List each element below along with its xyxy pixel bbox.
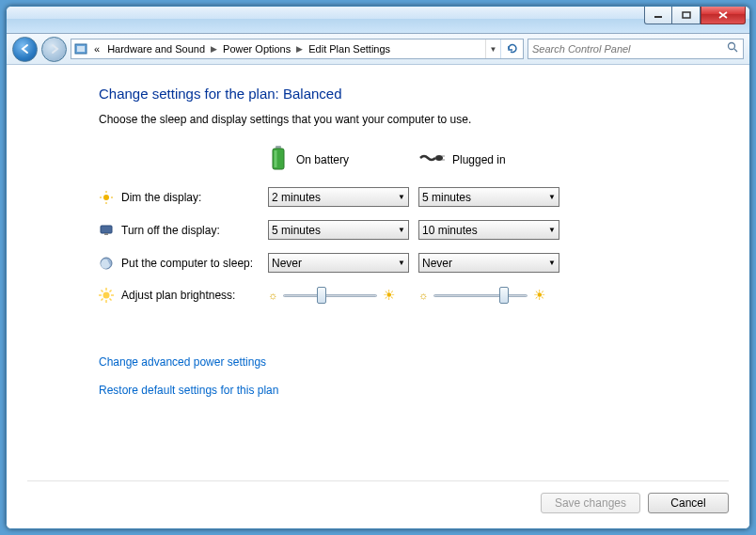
chevron-down-icon: ▼ — [548, 259, 556, 267]
forward-button[interactable] — [41, 37, 67, 62]
settings-grid: On battery Plugged in Dim the display: 2… — [99, 145, 749, 305]
svg-point-4 — [729, 43, 735, 50]
svg-rect-1 — [683, 12, 690, 18]
off-battery-select[interactable]: 5 minutes▼ — [268, 220, 409, 240]
brightness-icon — [99, 288, 114, 303]
sleep-plugged-select[interactable]: Never▼ — [418, 253, 559, 273]
chevron-down-icon: ▼ — [398, 259, 405, 267]
advanced-settings-link[interactable]: Change advanced power settings — [99, 355, 749, 369]
button-bar: Save changes Cancel — [27, 480, 729, 513]
column-battery-label: On battery — [296, 153, 349, 166]
row-brightness-label: Adjust plan brightness: — [99, 288, 268, 303]
chevron-down-icon: ▼ — [398, 193, 405, 201]
refresh-button[interactable] — [500, 39, 523, 58]
svg-rect-0 — [654, 16, 662, 18]
sun-small-icon: ☼ — [418, 290, 428, 301]
row-sleep-label: Put the computer to sleep: — [99, 256, 268, 271]
close-button[interactable] — [701, 7, 746, 24]
off-plugged-select[interactable]: 10 minutes▼ — [418, 220, 559, 240]
search-input[interactable] — [532, 43, 727, 55]
restore-defaults-link[interactable]: Restore default settings for this plan — [99, 384, 749, 397]
sun-large-icon: ☀ — [383, 287, 395, 304]
column-battery-header: On battery — [268, 145, 418, 174]
chevron-right-icon: ▶ — [209, 44, 219, 54]
sleep-battery-select[interactable]: Never▼ — [268, 253, 409, 273]
display-off-icon — [99, 223, 114, 238]
address-dropdown[interactable]: ▼ — [485, 39, 500, 58]
chevron-down-icon: ▼ — [398, 226, 405, 234]
svg-rect-8 — [275, 150, 277, 167]
search-box[interactable] — [528, 39, 744, 59]
address-bar[interactable]: « Hardware and Sound ▶ Power Options ▶ E… — [71, 39, 524, 59]
titlebar — [7, 7, 749, 34]
svg-rect-17 — [101, 226, 112, 233]
column-plugged-label: Plugged in — [452, 153, 506, 166]
save-button[interactable]: Save changes — [541, 493, 640, 513]
chevron-down-icon: ▼ — [548, 226, 556, 234]
row-off-label: Turn off the display: — [99, 223, 268, 238]
chevron-right-icon: ▶ — [294, 44, 305, 54]
maximize-button[interactable] — [672, 7, 701, 24]
sun-small-icon: ☼ — [268, 290, 277, 301]
control-panel-window: « Hardware and Sound ▶ Power Options ▶ E… — [6, 6, 750, 529]
slider-thumb[interactable] — [317, 287, 326, 304]
content-area: Change settings for the plan: Balanced C… — [7, 65, 749, 528]
breadcrumb-prefix[interactable]: « — [90, 39, 103, 58]
column-plugged-header: Plugged in — [418, 151, 569, 167]
dim-battery-select[interactable]: 2 minutes▼ — [268, 187, 409, 207]
search-icon — [727, 41, 739, 56]
page-title: Change settings for the plan: Balanced — [99, 86, 749, 102]
navbar: « Hardware and Sound ▶ Power Options ▶ E… — [7, 34, 749, 65]
dim-plugged-select[interactable]: 5 minutes▼ — [418, 187, 559, 207]
control-panel-icon — [71, 41, 90, 56]
chevron-down-icon: ▼ — [548, 193, 556, 201]
slider-thumb[interactable] — [499, 287, 509, 304]
svg-rect-18 — [104, 233, 108, 235]
cancel-button[interactable]: Cancel — [648, 493, 729, 513]
svg-point-20 — [103, 292, 110, 299]
page-subtitle: Choose the sleep and display settings th… — [99, 113, 749, 126]
svg-line-27 — [102, 299, 103, 301]
back-button[interactable] — [12, 37, 38, 62]
svg-line-28 — [110, 291, 112, 292]
sleep-icon — [99, 256, 114, 271]
svg-line-25 — [102, 291, 103, 292]
brightness-plugged-slider[interactable]: ☼ ☀ — [418, 286, 569, 305]
battery-icon — [268, 145, 289, 174]
breadcrumb-edit-plan[interactable]: Edit Plan Settings — [305, 39, 394, 58]
svg-line-26 — [110, 299, 112, 301]
svg-rect-3 — [77, 46, 85, 52]
breadcrumb-hardware[interactable]: Hardware and Sound — [103, 39, 209, 58]
svg-point-12 — [103, 195, 109, 200]
plug-icon — [418, 151, 445, 167]
svg-point-9 — [435, 155, 443, 161]
dim-icon — [99, 190, 114, 205]
breadcrumb-power[interactable]: Power Options — [219, 39, 294, 58]
minimize-button[interactable] — [644, 7, 672, 24]
brightness-battery-slider[interactable]: ☼ ☀ — [268, 286, 418, 305]
row-dim-label: Dim the display: — [99, 190, 268, 205]
sun-large-icon: ☀ — [533, 287, 545, 304]
svg-line-5 — [734, 49, 737, 52]
